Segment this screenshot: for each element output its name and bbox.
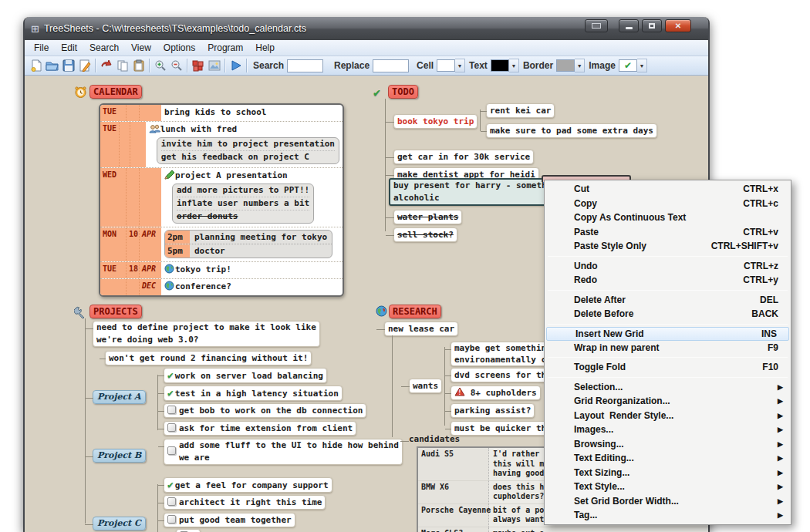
titlebar-extra-button[interactable] [585,19,608,32]
want-cell[interactable]: ! 8+ cupholders [451,386,541,400]
event-cell[interactable]: tokyo trip! [161,262,343,278]
text-color-dropdown[interactable]: ▼ [491,59,519,72]
task-cell[interactable]: add some fluff to the UI to hide how beh… [164,439,403,465]
menu-item-text-style[interactable]: Text Style...▶ [545,480,790,494]
time-cell[interactable]: 5pm [165,244,190,258]
calendar-row[interactable]: TUE lunch with fred invite him to projec… [100,121,343,167]
menu-item-tag[interactable]: Tag...▶ [545,508,790,523]
image-dropdown[interactable]: ✔▼ [619,59,647,72]
schedule-text-cell[interactable]: doctor [190,244,230,258]
menu-item-text-editing[interactable]: Text Editing...▶ [545,451,790,466]
candidate-name-cell[interactable]: Porsche Cayenne [418,504,489,527]
wants-cell[interactable]: wants [409,379,442,393]
event-cell[interactable]: 2pmplanning meeting for tokyo 5pmdoctor [161,227,343,261]
menu-item-cut[interactable]: CutCTRL+x [545,182,790,197]
calendar-row[interactable]: MON 10 APR 2pmplanning meeting for tokyo… [100,227,343,261]
candidates-label[interactable]: candidates [409,434,460,444]
menu-item-set-grid-border-width[interactable]: Set Grid Border Width...▶ [545,494,790,509]
menu-item-delete-before[interactable]: Delete BeforeBACK [545,307,790,322]
close-button[interactable]: ✕ [665,19,691,32]
project-subnote-cell[interactable]: won't get round 2 financing without it! [105,351,312,365]
month-cell[interactable]: APR [140,227,161,261]
todo-child-cell[interactable]: make sure to pad some extra days [486,123,657,138]
menu-item-redo[interactable]: RedoCTRL+y [545,273,790,288]
menu-item-browsing[interactable]: Browsing...▶ [545,437,790,452]
day-cell[interactable]: MON [100,227,127,261]
schedule-row[interactable]: 2pmplanning meeting for tokyo [165,231,332,244]
calendar-row[interactable]: DEC conference? [100,278,343,295]
checkbox-icon[interactable] [167,406,176,414]
open-folder-icon[interactable] [44,58,60,74]
todo-item-cell[interactable]: sell stock? [393,227,457,242]
copy-icon[interactable] [114,58,130,74]
todo-child-cell[interactable]: rent kei car [486,103,555,118]
zoom-in-icon[interactable] [152,58,168,74]
menu-view[interactable]: View [125,41,157,55]
time-cell[interactable]: 2pm [165,231,190,244]
todo-item-cell[interactable]: get car in for 30k service [393,150,534,164]
calendar-row[interactable]: TUE bring kids to school [100,105,343,121]
calendar-row[interactable]: TUE 18 APR tokyo trip! [100,261,343,278]
schedule-text-cell[interactable]: planning meeting for tokyo [190,231,332,244]
search-input[interactable] [287,59,323,72]
menu-item-undo[interactable]: UndoCTRL+z [545,259,790,274]
month-cell[interactable]: APR [140,262,161,278]
schedule-sub-grid[interactable]: 2pmplanning meeting for tokyo 5pmdoctor [164,230,332,258]
checkbox-icon[interactable] [167,497,176,506]
run-icon[interactable] [228,58,244,74]
day-cell[interactable]: TUE [100,105,127,121]
note-cell[interactable]: invite him to project presentation [161,138,335,150]
menu-item-copy-as-continuous-text[interactable]: Copy As Continuous Text [545,210,790,225]
todo-item-cell[interactable]: book tokyo trip [393,114,478,129]
candidate-name-cell[interactable]: Audi S5 [418,448,489,480]
minimize-button[interactable] [619,19,639,32]
menu-item-delete-after[interactable]: Delete AfterDEL [545,293,790,308]
note-cell[interactable]: add more pictures to PPT!! [177,184,309,197]
calendar-row[interactable]: WED project A presentation add more pict… [100,167,343,227]
calendar-grid[interactable]: TUE bring kids to school TUE lunch with … [99,103,344,297]
date-cell[interactable]: 10 [127,227,140,261]
menu-item-paste-style-only[interactable]: Paste Style OnlyCTRL+SHIFT+v [545,239,790,254]
paste-icon[interactable] [130,58,147,74]
month-cell[interactable] [140,105,161,121]
undo-icon[interactable] [98,58,114,74]
todo-header-cell[interactable]: TODO [388,85,418,99]
image-export-icon[interactable] [206,58,222,74]
event-cell[interactable]: conference? [161,279,343,295]
sub-grid[interactable]: add more pictures to PPT!! inflate user … [172,184,314,224]
menu-item-text-sizing[interactable]: Text Sizing...▶ [545,466,790,480]
menu-edit[interactable]: Edit [55,41,83,55]
month-cell[interactable] [130,122,146,167]
candidate-note-cell[interactable]: maybe out o [489,527,708,532]
month-cell[interactable] [140,168,161,227]
maximize-button[interactable] [642,19,662,32]
date-cell[interactable] [127,105,140,121]
schedule-row[interactable]: 5pmdoctor [165,244,332,258]
checkbox-icon[interactable] [167,423,176,432]
month-cell[interactable]: DEC [140,279,161,295]
menu-item-layout-render-style[interactable]: Layout Render Style...▶ [545,409,790,423]
task-cell[interactable]: ✔test in a high latency situation [164,386,343,401]
project-b-label[interactable]: Project B [93,449,146,463]
task-cell[interactable]: ✔get a feel for company support [164,477,332,493]
candidate-name-cell[interactable]: BMW X6 [418,481,489,503]
border-color-dropdown[interactable]: ▼ [556,59,585,72]
day-cell[interactable]: WED [100,168,127,227]
project-note-cell[interactable]: need to define project to make it look l… [93,321,320,347]
date-cell[interactable] [127,279,140,295]
checkbox-icon[interactable] [167,446,176,455]
render-toggle-icon[interactable] [190,58,206,74]
date-cell[interactable]: 18 [127,262,140,278]
menu-item-paste[interactable]: PasteCTRL+v [545,225,790,240]
todo-item-cell[interactable]: water plants [393,210,462,224]
cell-color-dropdown[interactable]: ▼ [437,59,465,72]
menu-item-images[interactable]: Images...▶ [545,423,790,437]
menu-item-copy[interactable]: CopyCTRL+c [545,197,790,211]
project-c-label[interactable]: Project C [93,517,146,530]
checkbox-icon[interactable] [167,515,176,524]
menu-file[interactable]: File [28,41,55,55]
task-cell[interactable]: put good team together [164,513,295,527]
sub-grid[interactable]: invite him to project presentation get h… [157,137,339,164]
event-cell[interactable]: bring kids to school [161,105,343,121]
replace-input[interactable] [373,59,409,72]
